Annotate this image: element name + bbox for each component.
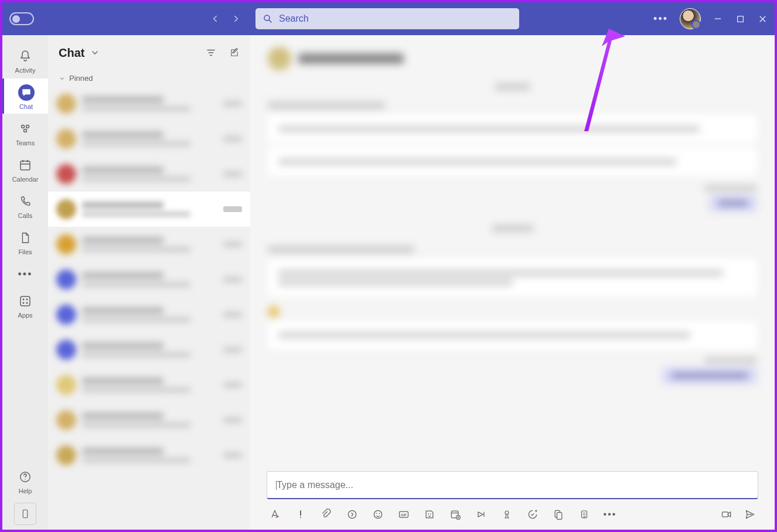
teams-icon [17,121,33,137]
svg-point-15 [376,513,377,514]
close-button[interactable] [757,13,768,24]
gif-button[interactable]: GIF [398,509,410,520]
format-button[interactable] [269,509,281,520]
loop-button[interactable] [346,509,358,520]
calendar-icon [17,157,33,173]
svg-point-10 [26,302,28,304]
chat-list-item[interactable] [48,367,250,403]
svg-rect-25 [557,513,562,520]
chat-list-item[interactable] [48,227,250,262]
chat-list-item[interactable] [48,156,250,192]
rail-chat[interactable]: Chat [2,79,48,114]
svg-text:GIF: GIF [401,513,407,517]
compose-icon [229,47,240,58]
pinned-section-header[interactable]: Pinned [48,70,250,86]
svg-rect-12 [23,510,28,518]
more-icon: ••• [17,266,33,282]
emoji-button[interactable] [372,509,384,520]
svg-point-9 [23,302,25,304]
viva-button[interactable] [553,509,564,520]
chevron-down-icon [59,75,66,82]
chat-icon [18,84,35,101]
attach-button[interactable] [321,509,332,520]
nav-forward-button[interactable] [231,13,241,24]
app-rail: Activity Chat Teams Calendar Calls [2,35,48,530]
apps-icon [17,293,33,309]
new-chat-button[interactable] [229,47,240,58]
rail-apps[interactable]: Apps [2,287,48,322]
svg-point-8 [26,299,28,301]
rail-calls[interactable]: Calls [2,187,48,223]
help-icon [17,469,33,485]
svg-rect-6 [21,296,30,306]
updates-button[interactable] [578,509,590,520]
chat-list-item[interactable] [48,297,250,332]
minimize-button[interactable] [713,13,723,24]
send-button[interactable] [744,509,756,520]
svg-point-20 [430,513,431,514]
filter-button[interactable] [206,47,216,58]
bell-icon [17,48,33,64]
chat-dropdown-button[interactable] [90,48,100,57]
svg-point-13 [348,510,356,518]
priority-button[interactable] [295,509,306,520]
rail-files[interactable]: Files [2,224,48,259]
approvals-button[interactable] [527,509,539,520]
more-actions-button[interactable]: ••• [604,509,616,520]
compose-box[interactable]: | [267,471,758,499]
chat-list-title: Chat [59,46,84,60]
rail-more[interactable]: ••• [2,260,48,286]
search-placeholder: Search [279,13,309,24]
svg-rect-27 [723,512,728,517]
device-icon [20,507,30,521]
chat-list-item[interactable] [48,403,250,438]
conversation-content-blurred [250,35,775,471]
chat-list-item[interactable] [48,121,250,156]
stream-button[interactable] [475,509,487,520]
search-icon [263,13,273,24]
praise-button[interactable] [501,509,513,520]
sticker-button[interactable] [424,509,435,520]
schedule-button[interactable] [449,509,461,520]
toggle-switch[interactable] [9,12,34,25]
svg-rect-5 [21,161,30,170]
rail-activity[interactable]: Activity [2,42,48,77]
svg-point-14 [374,510,381,518]
svg-rect-26 [582,511,587,518]
svg-point-19 [428,513,430,514]
message-input[interactable] [277,480,749,490]
svg-point-7 [23,299,25,301]
chat-list-item[interactable] [48,262,250,297]
chat-list-item[interactable] [48,332,250,367]
chat-items [48,86,250,530]
search-input[interactable]: Search [255,8,519,29]
svg-point-16 [379,513,380,514]
rail-device-button[interactable] [14,503,36,525]
rail-calendar[interactable]: Calendar [2,151,48,186]
rail-teams[interactable]: Teams [2,115,48,150]
svg-point-2 [22,125,25,128]
chat-list-header: Chat [48,35,250,70]
filter-icon [206,47,216,58]
chat-list-item[interactable] [48,192,250,227]
profile-avatar[interactable] [680,8,701,29]
chat-list-panel: Chat Pinned [48,35,250,530]
chat-list-item[interactable] [48,86,250,121]
file-icon [17,230,33,246]
svg-rect-1 [737,16,743,22]
svg-point-4 [24,129,27,132]
chat-list-item[interactable] [48,438,250,473]
phone-icon [17,193,33,210]
conversation-panel: | GIF ••• [250,35,775,530]
svg-point-3 [26,125,29,128]
nav-back-button[interactable] [210,13,220,24]
settings-more-button[interactable]: ••• [653,13,668,25]
maximize-button[interactable] [735,13,745,24]
compose-toolbar: GIF ••• [250,509,775,530]
rail-help[interactable]: Help [2,463,48,498]
title-bar: Search ••• [2,2,775,35]
svg-point-0 [264,15,270,21]
svg-point-23 [505,511,509,514]
video-clip-button[interactable] [721,509,732,520]
